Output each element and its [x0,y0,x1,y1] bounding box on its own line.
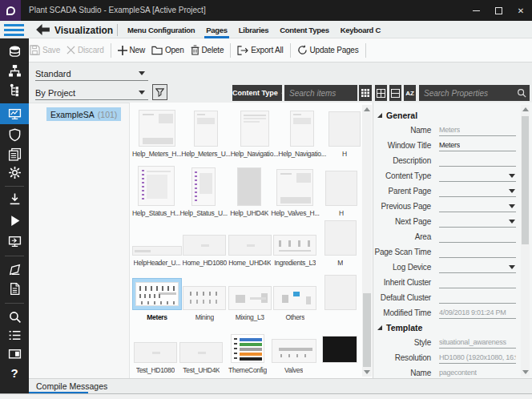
sidebar-visualization-icon[interactable] [0,103,29,124]
compile-messages-tab[interactable]: Compile Messages [36,381,107,391]
page-item-valves[interactable]: Valves [271,328,317,375]
update-pages-button[interactable]: Update Pages [297,45,359,55]
dropdown-arrow-icon[interactable] [509,189,515,193]
page-thumbnail [237,167,261,206]
back-button[interactable] [36,24,50,38]
tab-keyboard-c[interactable]: Keyboard C [335,21,386,38]
page-item-help-status-u[interactable]: Help_Status_U... [179,160,227,218]
property-field-content-type[interactable] [439,170,516,182]
sidebar-settings-icon[interactable] [0,162,29,183]
page-item-h[interactable]: H [320,160,363,218]
delete-icon [191,45,200,55]
page-item[interactable] [316,328,363,375]
hamburger-menu-icon[interactable] [4,24,24,36]
sort-az-button[interactable]: AZ [404,85,416,101]
property-field-modified-time[interactable]: 4/09/2018 9:01:24 PM [439,307,516,319]
sidebar-topology-icon[interactable] [0,60,29,81]
page-label: Test_HD1080 [136,366,175,375]
export-all-button[interactable]: Export All [237,46,283,55]
tree-item-project[interactable]: ExampleSA(101) [46,107,121,121]
property-field-next-page[interactable] [439,216,516,228]
page-item[interactable] [318,269,364,322]
minimize-button[interactable] [465,0,487,21]
maximize-button[interactable] [487,0,510,21]
page-item-test-uhd4k[interactable]: Test_UHD4K [179,328,225,375]
page-item-help-meters-h[interactable]: Help_Meters_H... [132,107,181,159]
property-field-default-cluster[interactable] [439,292,516,304]
tab-pages[interactable]: Pages [200,21,233,38]
toolbar-divider [111,43,111,58]
sidebar-graphics-icon[interactable] [0,259,29,280]
dropdown-arrow-icon[interactable] [509,204,515,208]
property-field-log-device[interactable] [439,261,516,273]
sidebar-security-icon[interactable] [0,124,29,145]
sidebar-divider [5,256,24,256]
property-field-style[interactable]: situational_awareness [439,337,516,349]
page-item-help-status-h[interactable]: Help_Status_H... [132,160,179,218]
page-item-others[interactable]: Others [272,269,318,322]
tab-libraries[interactable]: Libraries [233,21,274,38]
property-section-general[interactable]: General [373,108,532,123]
sidebar-help-icon[interactable]: ? [0,362,29,383]
page-item-home-uhd4k[interactable]: Home_UHD4K [228,220,273,268]
open-button[interactable]: Open [151,46,184,55]
new-button[interactable]: New [118,46,145,55]
group-by-dropdown[interactable]: By Project [35,86,148,100]
page-item-home-hd1080[interactable]: Home_HD1080 [182,220,228,268]
property-field-description[interactable] [439,155,516,167]
style-dropdown[interactable]: Standard [35,66,148,81]
save-button[interactable]: Save [30,45,60,55]
page-item-m[interactable]: M [318,220,364,268]
property-field-page-scan-time[interactable] [439,246,516,258]
property-label: Area [373,232,431,241]
property-field-name[interactable]: Meters [439,124,516,136]
search-items-input[interactable] [284,85,357,101]
page-item-help-meters-u[interactable]: Help_Meters_U... [181,107,230,159]
property-section-template[interactable]: Template [373,320,532,335]
page-item-helpheader-u[interactable]: HelpHeader_U... [132,220,182,268]
page-item-help-navigatio[interactable]: Help_Navigatio... [278,107,326,159]
close-button[interactable]: ✕ [510,0,532,21]
property-field-window-title[interactable]: Meters [439,139,516,151]
grid-view-button[interactable] [359,85,372,101]
content-type-filter-button[interactable]: Content Type [232,85,282,101]
tab-menu-configuration[interactable]: Menu Configuration [122,21,200,38]
property-field-inherit-cluster[interactable] [439,276,516,288]
property-field-resolution[interactable]: HD1080 (1920x1080, 16:9) [439,352,516,364]
property-field-name[interactable]: pagecontent [439,367,516,379]
property-field-parent-page[interactable] [439,185,516,197]
pages-scrollbar[interactable] [362,105,372,377]
sidebar-run-icon[interactable] [0,210,29,231]
page-item-meters[interactable]: Meters [132,269,182,322]
dropdown-arrow-icon[interactable] [509,174,515,178]
page-item-help-navigatio[interactable]: Help_Navigatio... [231,107,279,159]
layout-rows-button[interactable] [389,85,401,101]
layout-grid-button[interactable] [375,85,387,101]
page-item-mining[interactable]: Mining [182,269,228,322]
property-value: 4/09/2018 9:01:24 PM [439,308,506,316]
dropdown-arrow-icon[interactable] [509,265,515,269]
page-item-help-valves-h[interactable]: Help_Valves_H... [271,160,319,218]
property-field-area[interactable] [439,231,516,243]
page-item-themeconfig[interactable]: ThemeConfig [224,328,271,375]
page-thumbnail [273,235,316,256]
discard-button[interactable]: Discard [66,46,104,54]
page-item-test-hd1080[interactable]: Test_HD1080 [132,328,179,375]
page-item-mixing-l3[interactable]: Mixing_L3 [228,269,273,322]
sidebar-document-icon[interactable] [0,278,29,299]
sidebar-tag-tree-icon[interactable] [0,79,29,100]
tab-content-types[interactable]: Content Types [274,21,334,38]
sidebar-deploy-icon[interactable] [0,188,29,209]
property-field-previous-page[interactable] [439,200,516,212]
page-item-ingredients-l3[interactable]: Ingredients_L3 [272,220,318,268]
tree-filter-button[interactable] [152,84,167,100]
properties-scrollbar[interactable] [521,105,530,377]
sidebar-panel-icon[interactable] [0,343,29,364]
dropdown-arrow-icon[interactable] [509,220,515,224]
sidebar-runtime-icon[interactable] [0,231,29,252]
delete-button[interactable]: Delete [191,45,224,55]
search-properties-input[interactable] [419,85,514,101]
page-item-help-uhd4k[interactable]: Help_UHD4K [228,160,271,218]
sidebar-database-icon[interactable] [0,41,29,62]
page-item-h[interactable]: H [326,107,363,159]
